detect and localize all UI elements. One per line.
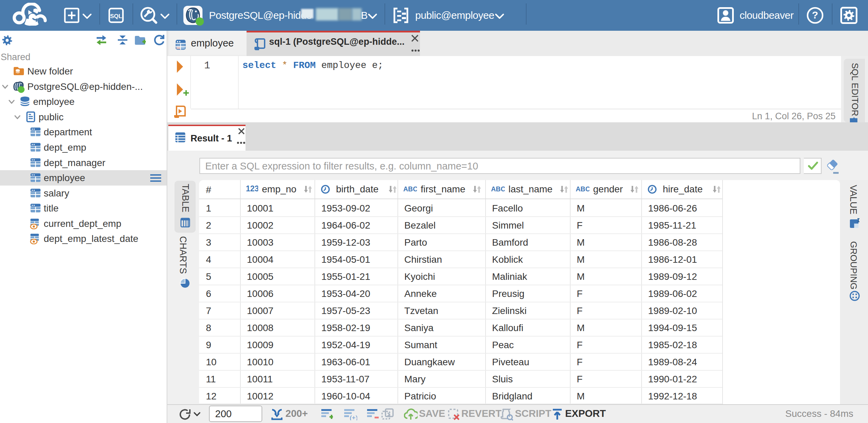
svg-text:(+): (+) — [350, 414, 357, 420]
svg-text:SQL: SQL — [110, 13, 122, 19]
svg-text:ABC: ABC — [576, 185, 589, 193]
svg-text:?: ? — [812, 9, 818, 21]
svg-text:ABC: ABC — [403, 185, 417, 193]
svg-text:123: 123 — [246, 185, 258, 193]
svg-text:ABC: ABC — [491, 185, 505, 193]
